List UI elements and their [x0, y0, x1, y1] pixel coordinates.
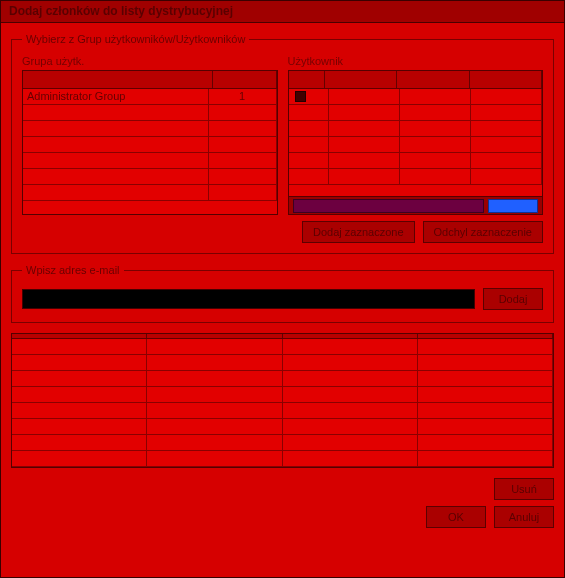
member-cell: [418, 387, 553, 402]
table-row[interactable]: [23, 185, 277, 201]
member-cell: [418, 403, 553, 418]
member-cell: [12, 451, 147, 466]
dialog-body: Wybierz z Grup użytkowników/Użytkowników…: [1, 23, 564, 577]
member-cell: [418, 371, 553, 386]
table-row[interactable]: [289, 169, 543, 185]
group-name-cell: [23, 185, 209, 200]
user-check-cell[interactable]: [289, 137, 329, 152]
user-check-cell[interactable]: [289, 89, 329, 104]
email-input[interactable]: [22, 289, 475, 309]
users-label: Użytkownik: [288, 55, 544, 67]
cancel-button[interactable]: Anuluj: [494, 506, 554, 528]
member-cell: [283, 387, 418, 402]
group-count-cell: [209, 137, 277, 152]
table-row[interactable]: [12, 339, 553, 355]
member-cell: [147, 387, 282, 402]
ok-button[interactable]: OK: [426, 506, 486, 528]
table-row[interactable]: [12, 387, 553, 403]
table-row[interactable]: [289, 153, 543, 169]
user-check-cell[interactable]: [289, 153, 329, 168]
groups-grid-header: [23, 71, 277, 89]
member-cell: [147, 451, 282, 466]
dialog-window: Dodaj członków do listy dystrybucyjnej W…: [0, 0, 565, 578]
member-cell: [147, 419, 282, 434]
table-row[interactable]: [289, 137, 543, 153]
member-cell: [12, 403, 147, 418]
table-row[interactable]: [289, 89, 543, 105]
table-row[interactable]: [12, 403, 553, 419]
table-row[interactable]: [289, 105, 543, 121]
table-row[interactable]: [23, 121, 277, 137]
user-cell: [471, 89, 542, 104]
member-cell: [283, 403, 418, 418]
user-check-cell[interactable]: [289, 169, 329, 184]
table-row[interactable]: [23, 169, 277, 185]
table-row[interactable]: [12, 371, 553, 387]
members-grid[interactable]: [11, 333, 554, 468]
group-name-cell: Administrator Group: [23, 89, 209, 104]
member-cell: [147, 339, 282, 354]
member-cell: [147, 435, 282, 450]
member-cell: [283, 339, 418, 354]
user-cell: [471, 121, 542, 136]
user-cell: [471, 137, 542, 152]
user-cell: [329, 105, 400, 120]
table-row[interactable]: [12, 435, 553, 451]
add-selected-button[interactable]: Dodaj zaznaczone: [302, 221, 415, 243]
users-grid[interactable]: [288, 70, 544, 215]
member-cell: [418, 451, 553, 466]
member-cell: [12, 339, 147, 354]
email-add-button[interactable]: Dodaj: [483, 288, 543, 310]
table-row[interactable]: [12, 451, 553, 467]
groups-label: Grupa użytk.: [22, 55, 278, 67]
email-group: Wpisz adres e-mail Dodaj: [11, 264, 554, 323]
user-cell: [471, 153, 542, 168]
table-row[interactable]: [23, 153, 277, 169]
member-cell: [418, 435, 553, 450]
member-cell: [418, 355, 553, 370]
clear-selection-button[interactable]: Odchyl zaznaczenie: [423, 221, 543, 243]
group-count-cell: [209, 105, 277, 120]
users-grid-header: [289, 71, 543, 89]
user-cell: [400, 105, 471, 120]
window-title: Dodaj członków do listy dystrybucyjnej: [9, 4, 233, 18]
member-cell: [12, 435, 147, 450]
group-count-cell: [209, 121, 277, 136]
group-count-cell: 1: [209, 89, 277, 104]
user-cell: [400, 89, 471, 104]
member-cell: [283, 371, 418, 386]
groups-grid[interactable]: Administrator Group1: [22, 70, 278, 215]
select-users-legend: Wybierz z Grup użytkowników/Użytkowników: [22, 33, 249, 45]
users-grid-navigator[interactable]: [289, 196, 543, 214]
checkbox-icon[interactable]: [295, 91, 306, 102]
user-cell: [329, 121, 400, 136]
delete-button[interactable]: Usuń: [494, 478, 554, 500]
title-bar: Dodaj członków do listy dystrybucyjnej: [1, 1, 564, 23]
group-name-cell: [23, 105, 209, 120]
member-cell: [12, 419, 147, 434]
user-cell: [400, 153, 471, 168]
user-cell: [471, 105, 542, 120]
user-cell: [471, 169, 542, 184]
table-row[interactable]: [23, 137, 277, 153]
group-name-cell: [23, 169, 209, 184]
user-cell: [400, 137, 471, 152]
user-cell: [400, 169, 471, 184]
user-check-cell[interactable]: [289, 121, 329, 136]
group-count-cell: [209, 169, 277, 184]
email-legend: Wpisz adres e-mail: [22, 264, 124, 276]
table-row[interactable]: [12, 419, 553, 435]
member-cell: [12, 355, 147, 370]
group-name-cell: [23, 121, 209, 136]
group-count-cell: [209, 185, 277, 200]
member-cell: [283, 355, 418, 370]
navigator-track[interactable]: [293, 199, 485, 213]
table-row[interactable]: [12, 355, 553, 371]
table-row[interactable]: [23, 105, 277, 121]
user-check-cell[interactable]: [289, 105, 329, 120]
member-cell: [12, 387, 147, 402]
user-cell: [329, 153, 400, 168]
navigator-selector[interactable]: [488, 199, 538, 213]
table-row[interactable]: Administrator Group1: [23, 89, 277, 105]
table-row[interactable]: [289, 121, 543, 137]
